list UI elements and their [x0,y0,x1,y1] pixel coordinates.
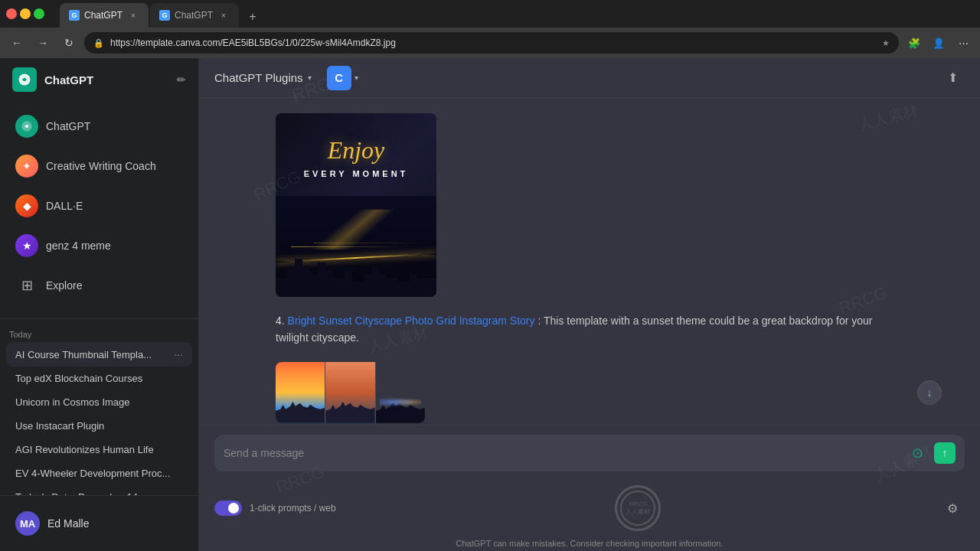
tab-2[interactable]: G ChatGPT × [150,3,239,28]
history-item-date[interactable]: Today's Date: December 14 [6,485,192,495]
image-moment-text: EVERY MOMENT [276,167,436,179]
footer-note: ChatGPT can make mistakes. Consider chec… [199,536,980,551]
sidebar-item-explore[interactable]: ⊞ Explore [6,266,192,305]
scroll-down-icon: ↓ [927,386,933,399]
chatgpt-logo [12,67,37,92]
url-text: https://template.canva.com/EAE5iBL5BGs/1… [110,37,876,48]
maximize-button[interactable] [34,8,44,19]
user-initials: MA [20,518,35,530]
history-item-ai-course-text: AI Course Thumbnail Templa... [15,349,174,360]
item-4-link[interactable]: Bright Sunset Cityscape Photo Grid Insta… [288,315,535,327]
plugin-badge[interactable]: C [327,66,351,90]
history-item-agi-text: AGI Revolutionizes Human Life [15,444,183,455]
plugin-icon-button[interactable]: ⊙ [906,442,928,464]
sidebar-chatgpt-label: ChatGPT [46,120,90,132]
profile-button[interactable]: 👤 [928,32,949,54]
thumb-1 [276,362,325,423]
window-controls [6,8,44,19]
tab-2-close[interactable]: × [217,9,230,21]
chat-image: Enjoy EVERY MOMENT [276,113,436,297]
svg-marker-2 [276,259,436,297]
chat-header: ChatGPT Plugins ▾ C ▾ ⬆ [199,58,980,98]
sidebar-item-genz[interactable]: ★ genz 4 meme [6,227,192,265]
thumbnail-row [276,362,425,423]
tab-1[interactable]: G ChatGPT × [60,3,149,28]
sidebar-item-dalle[interactable]: ◆ DALL·E [6,187,192,225]
sidebar-item-creative-writing[interactable]: ✦ Creative Writing Coach [6,147,192,185]
history-item-instacart[interactable]: Use Instacart Plugin [6,414,192,438]
extensions-button[interactable]: 🧩 [903,32,925,54]
numbered-item-4: 4. Bright Sunset Cityscape Photo Grid In… [276,312,903,347]
settings-button[interactable]: ⚙ [940,496,965,520]
history-item-ai-course[interactable]: AI Course Thumbnail Templa... ··· [6,342,192,367]
input-container: ⊙ ↑ [214,435,965,471]
browser-chrome: G ChatGPT × G ChatGPT × + ← → ↻ 🔒 https:… [0,0,980,58]
history-item-ai-course-dots[interactable]: ··· [174,348,183,360]
history-item-ev[interactable]: EV 4-Wheeler Development Proc... [6,461,192,485]
bottom-bar: 1-click prompts / web RRCG人人素材 ⚙ [199,481,980,536]
chat-messages[interactable]: Enjoy EVERY MOMENT 4. [199,98,980,425]
history-item-unicorn[interactable]: Unicorn in Cosmos Image [6,390,192,414]
genz-avatar: ★ [15,234,38,257]
edit-icon[interactable]: ✏ [177,73,186,86]
tab-1-favicon: G [69,10,80,21]
close-button[interactable] [6,8,17,19]
thumbnail-area: ↓ [276,362,903,423]
tab-1-close[interactable]: × [127,9,139,21]
back-button[interactable]: ← [6,32,28,54]
plugin-chevron: ▾ [308,73,312,82]
history-item-blockchain[interactable]: Top edX Blockchain Courses [6,367,192,390]
chat-image-container: Enjoy EVERY MOMENT [276,113,903,297]
toggle-knob [228,503,239,514]
reload-button[interactable]: ↻ [58,32,80,54]
image-enjoy-text: Enjoy [276,136,436,165]
tab-2-label: ChatGPT [175,10,213,21]
scroll-down-button[interactable]: ↓ [917,380,942,405]
sidebar-explore-label: Explore [46,279,82,292]
history-item-instacart-text: Use Instacart Plugin [15,420,183,432]
sidebar-dalle-label: DALL·E [46,200,83,212]
tab-2-favicon: G [159,10,170,21]
user-avatar: MA [15,511,40,536]
sidebar: ChatGPT ✏ ChatGPT ✦ [0,58,199,551]
address-bar[interactable]: 🔒 https://template.canva.com/EAE5iBL5BGs… [84,32,899,54]
badge-chevron[interactable]: ▾ [354,73,358,82]
tab-1-label: ChatGPT [84,10,122,21]
badge-letter: C [335,71,343,84]
history-item-ev-text: EV 4-Wheeler Development Proc... [15,468,183,479]
plugin-selector[interactable]: ChatGPT Plugins ▾ [214,71,312,84]
history-item-agi[interactable]: AGI Revolutionizes Human Life [6,438,192,461]
upload-button[interactable]: ⬆ [940,66,965,90]
new-tab-button[interactable]: + [242,6,263,28]
user-row[interactable]: MA Ed Malle [9,505,189,542]
sidebar-title: ChatGPT [44,73,169,86]
plugin-label: ChatGPT Plugins [214,71,303,84]
sidebar-creative-label: Creative Writing Coach [46,160,156,172]
sidebar-item-chatgpt[interactable]: ChatGPT [6,107,192,145]
minimize-button[interactable] [20,8,31,19]
history-item-unicorn-text: Unicorn in Cosmos Image [15,396,183,408]
message-input[interactable] [224,445,900,461]
history-item-blockchain-text: Top edX Blockchain Courses [15,373,183,384]
user-name: Ed Malle [47,517,89,530]
creative-writing-avatar: ✦ [15,155,38,178]
explore-icon: ⊞ [15,274,38,297]
main-content: ChatGPT Plugins ▾ C ▾ ⬆ [199,58,980,551]
item-4-number: 4. [276,315,285,327]
section-today: Today [0,325,198,342]
dalle-avatar: ◆ [15,194,38,217]
chatgpt-avatar [15,115,38,138]
watermark-logo: RRCG人人素材 [344,485,933,531]
input-area: ⊙ ↑ [199,425,980,481]
menu-button[interactable]: ⋯ [952,32,974,54]
thumb-3 [376,362,425,423]
thumb-2 [325,362,375,423]
toggle-switch[interactable] [214,500,242,516]
toggle-label: 1-click prompts / web [250,503,336,514]
send-button[interactable]: ↑ [934,442,956,464]
history-item-date-text: Today's Date: December 14 [15,491,183,495]
sidebar-genz-label: genz 4 meme [46,240,111,252]
forward-button[interactable]: → [32,32,54,54]
